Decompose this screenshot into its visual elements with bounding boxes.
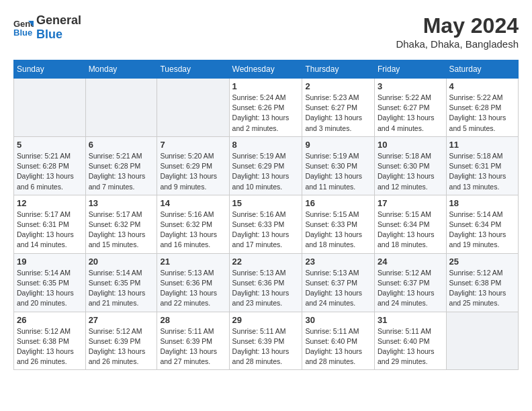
header-cell-friday: Friday <box>374 60 446 79</box>
day-cell: 6Sunrise: 5:21 AM Sunset: 6:28 PM Daylig… <box>85 136 157 195</box>
day-cell: 24Sunrise: 5:12 AM Sunset: 6:37 PM Dayli… <box>374 253 446 312</box>
day-number: 24 <box>378 257 443 267</box>
day-cell <box>157 79 229 137</box>
header-cell-saturday: Saturday <box>446 60 518 79</box>
day-cell: 12Sunrise: 5:17 AM Sunset: 6:31 PM Dayli… <box>14 195 86 253</box>
week-row-5: 26Sunrise: 5:12 AM Sunset: 6:38 PM Dayli… <box>14 312 519 370</box>
day-cell: 18Sunrise: 5:14 AM Sunset: 6:34 PM Dayli… <box>446 195 518 253</box>
day-info: Sunrise: 5:16 AM Sunset: 6:33 PM Dayligh… <box>232 210 300 250</box>
day-number: 5 <box>17 140 83 150</box>
day-number: 14 <box>160 198 226 208</box>
day-cell: 9Sunrise: 5:19 AM Sunset: 6:30 PM Daylig… <box>302 136 375 195</box>
day-cell: 13Sunrise: 5:17 AM Sunset: 6:32 PM Dayli… <box>85 195 157 253</box>
day-number: 10 <box>378 140 443 150</box>
day-info: Sunrise: 5:24 AM Sunset: 6:26 PM Dayligh… <box>232 93 300 134</box>
day-cell: 5Sunrise: 5:21 AM Sunset: 6:28 PM Daylig… <box>14 136 86 195</box>
day-cell: 30Sunrise: 5:11 AM Sunset: 6:40 PM Dayli… <box>302 312 375 370</box>
logo: General Blue General Blue <box>13 13 81 41</box>
day-number: 31 <box>378 315 443 325</box>
day-number: 4 <box>449 81 515 91</box>
day-cell <box>85 79 157 137</box>
month-year: May 2024 <box>396 13 519 38</box>
day-cell: 14Sunrise: 5:16 AM Sunset: 6:32 PM Dayli… <box>157 195 229 253</box>
logo-general: General <box>36 13 81 28</box>
day-number: 26 <box>17 315 83 325</box>
day-number: 3 <box>378 81 443 91</box>
day-info: Sunrise: 5:14 AM Sunset: 6:34 PM Dayligh… <box>449 210 515 250</box>
day-info: Sunrise: 5:11 AM Sunset: 6:40 PM Dayligh… <box>378 326 443 367</box>
day-cell: 21Sunrise: 5:13 AM Sunset: 6:36 PM Dayli… <box>157 253 229 312</box>
day-number: 11 <box>449 140 515 150</box>
day-number: 19 <box>17 257 83 267</box>
day-cell: 28Sunrise: 5:11 AM Sunset: 6:39 PM Dayli… <box>157 312 229 370</box>
day-info: Sunrise: 5:18 AM Sunset: 6:31 PM Dayligh… <box>449 151 515 192</box>
day-number: 13 <box>89 198 154 208</box>
calendar-table: SundayMondayTuesdayWednesdayThursdayFrid… <box>13 60 519 370</box>
day-info: Sunrise: 5:23 AM Sunset: 6:27 PM Dayligh… <box>305 93 371 134</box>
day-cell: 27Sunrise: 5:12 AM Sunset: 6:39 PM Dayli… <box>85 312 157 370</box>
week-row-1: 1Sunrise: 5:24 AM Sunset: 6:26 PM Daylig… <box>14 79 519 137</box>
day-number: 12 <box>17 198 83 208</box>
day-cell: 10Sunrise: 5:18 AM Sunset: 6:30 PM Dayli… <box>374 136 446 195</box>
title-block: May 2024 Dhaka, Dhaka, Bangladesh <box>396 13 519 50</box>
day-number: 21 <box>160 257 226 267</box>
day-number: 15 <box>232 198 300 208</box>
day-info: Sunrise: 5:12 AM Sunset: 6:39 PM Dayligh… <box>89 326 154 367</box>
day-cell <box>14 79 86 137</box>
day-cell: 26Sunrise: 5:12 AM Sunset: 6:38 PM Dayli… <box>14 312 86 370</box>
day-info: Sunrise: 5:21 AM Sunset: 6:28 PM Dayligh… <box>89 151 154 192</box>
page-container: General Blue General Blue May 2024 Dhaka… <box>0 0 532 377</box>
header-row: SundayMondayTuesdayWednesdayThursdayFrid… <box>14 60 519 79</box>
day-number: 9 <box>305 140 371 150</box>
header-cell-monday: Monday <box>85 60 157 79</box>
day-cell: 20Sunrise: 5:14 AM Sunset: 6:35 PM Dayli… <box>85 253 157 312</box>
day-number: 28 <box>160 315 226 325</box>
header-cell-thursday: Thursday <box>302 60 375 79</box>
day-cell: 23Sunrise: 5:13 AM Sunset: 6:37 PM Dayli… <box>302 253 375 312</box>
day-cell: 22Sunrise: 5:13 AM Sunset: 6:36 PM Dayli… <box>229 253 302 312</box>
day-info: Sunrise: 5:22 AM Sunset: 6:27 PM Dayligh… <box>378 93 443 134</box>
day-info: Sunrise: 5:14 AM Sunset: 6:35 PM Dayligh… <box>89 268 154 309</box>
day-cell: 7Sunrise: 5:20 AM Sunset: 6:29 PM Daylig… <box>157 136 229 195</box>
logo-blue: Blue <box>36 28 81 42</box>
day-cell: 8Sunrise: 5:19 AM Sunset: 6:29 PM Daylig… <box>229 136 302 195</box>
day-cell: 3Sunrise: 5:22 AM Sunset: 6:27 PM Daylig… <box>374 79 446 137</box>
day-cell: 4Sunrise: 5:22 AM Sunset: 6:28 PM Daylig… <box>446 79 518 137</box>
header-cell-sunday: Sunday <box>14 60 86 79</box>
day-cell: 2Sunrise: 5:23 AM Sunset: 6:27 PM Daylig… <box>302 79 375 137</box>
day-info: Sunrise: 5:12 AM Sunset: 6:38 PM Dayligh… <box>449 268 515 309</box>
logo-icon: General Blue <box>13 17 34 38</box>
day-info: Sunrise: 5:19 AM Sunset: 6:30 PM Dayligh… <box>305 151 371 192</box>
day-info: Sunrise: 5:14 AM Sunset: 6:35 PM Dayligh… <box>17 268 83 309</box>
calendar-body: 1Sunrise: 5:24 AM Sunset: 6:26 PM Daylig… <box>14 79 519 370</box>
day-info: Sunrise: 5:19 AM Sunset: 6:29 PM Dayligh… <box>232 151 300 192</box>
day-number: 18 <box>449 198 515 208</box>
day-number: 27 <box>89 315 154 325</box>
day-number: 25 <box>449 257 515 267</box>
day-info: Sunrise: 5:22 AM Sunset: 6:28 PM Dayligh… <box>449 93 515 134</box>
day-cell: 17Sunrise: 5:15 AM Sunset: 6:34 PM Dayli… <box>374 195 446 253</box>
day-info: Sunrise: 5:11 AM Sunset: 6:39 PM Dayligh… <box>232 326 300 367</box>
day-number: 17 <box>378 198 443 208</box>
day-number: 30 <box>305 315 371 325</box>
day-info: Sunrise: 5:16 AM Sunset: 6:32 PM Dayligh… <box>160 210 226 250</box>
day-cell <box>446 312 518 370</box>
day-info: Sunrise: 5:12 AM Sunset: 6:37 PM Dayligh… <box>378 268 443 309</box>
header: General Blue General Blue May 2024 Dhaka… <box>13 13 519 50</box>
day-cell: 29Sunrise: 5:11 AM Sunset: 6:39 PM Dayli… <box>229 312 302 370</box>
day-info: Sunrise: 5:15 AM Sunset: 6:33 PM Dayligh… <box>305 210 371 250</box>
location: Dhaka, Dhaka, Bangladesh <box>396 38 519 50</box>
day-info: Sunrise: 5:17 AM Sunset: 6:32 PM Dayligh… <box>89 210 154 250</box>
day-number: 7 <box>160 140 226 150</box>
day-info: Sunrise: 5:12 AM Sunset: 6:38 PM Dayligh… <box>17 326 83 367</box>
week-row-4: 19Sunrise: 5:14 AM Sunset: 6:35 PM Dayli… <box>14 253 519 312</box>
header-cell-wednesday: Wednesday <box>229 60 302 79</box>
day-number: 1 <box>232 81 300 91</box>
day-cell: 1Sunrise: 5:24 AM Sunset: 6:26 PM Daylig… <box>229 79 302 137</box>
day-info: Sunrise: 5:21 AM Sunset: 6:28 PM Dayligh… <box>17 151 83 192</box>
day-cell: 16Sunrise: 5:15 AM Sunset: 6:33 PM Dayli… <box>302 195 375 253</box>
svg-text:Blue: Blue <box>13 28 32 38</box>
day-number: 2 <box>305 81 371 91</box>
day-number: 16 <box>305 198 371 208</box>
day-cell: 31Sunrise: 5:11 AM Sunset: 6:40 PM Dayli… <box>374 312 446 370</box>
